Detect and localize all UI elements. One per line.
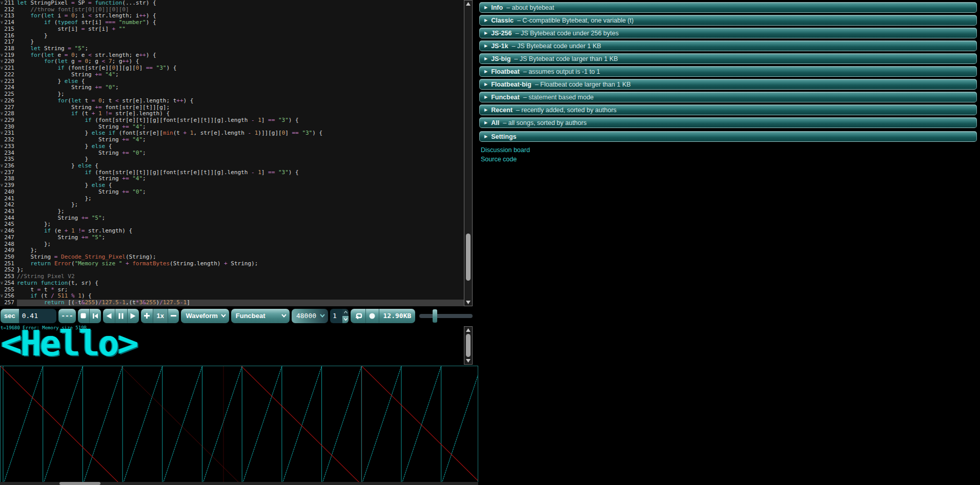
code-text: }; <box>17 267 464 273</box>
fold-marker-icon[interactable]: v <box>1 19 3 26</box>
loop-button[interactable] <box>351 309 365 323</box>
spinner-down-icon[interactable] <box>342 316 349 323</box>
library-panel-header-funcbeat[interactable]: ▶Funcbeat– statement based mode <box>479 92 977 102</box>
code-line[interactable]: 244 String += "5"; <box>0 215 464 222</box>
code-line[interactable]: 247 String += "5"; <box>0 235 464 241</box>
plus-icon <box>144 313 150 319</box>
code-text: } <box>17 33 464 39</box>
canvas-status-text: t=19680 Error: Memory size 519B <box>1 325 87 330</box>
panel-name: Funcbeat <box>491 94 520 101</box>
volume-slider[interactable] <box>419 314 473 318</box>
panel-name: Settings <box>491 133 516 140</box>
library-panel-header-js-256[interactable]: ▶JS-256– JS Bytebeat code under 256 byte… <box>479 28 977 38</box>
expand-arrow-icon: ▶ <box>484 95 487 99</box>
library-panel-header-js-big[interactable]: ▶JS-big– JS Bytebeat code larger than 1 … <box>479 53 977 64</box>
code-text: }; <box>17 196 464 202</box>
code-line[interactable]: v254return function(t, sr) { <box>0 280 464 287</box>
panel-name: JS-256 <box>491 30 512 37</box>
samplerate-select[interactable]: 48000 <box>292 309 328 323</box>
code-editor[interactable]: v211let StringPixel = SP = function(...s… <box>0 0 464 306</box>
expand-arrow-icon: ▶ <box>484 31 487 35</box>
library-panel-header-js-1k[interactable]: ▶JS-1k– JS Bytebeat code under 1 KB <box>479 40 977 51</box>
library-panel-header-floatbeat[interactable]: ▶Floatbeat– assumes output is -1 to 1 <box>479 66 977 77</box>
source-code-link[interactable]: Source code <box>481 155 517 164</box>
code-text: String += "0"; <box>17 85 464 91</box>
scroll-down-icon[interactable] <box>464 299 472 306</box>
fold-marker-icon[interactable]: v <box>1 163 3 170</box>
code-line[interactable]: 215 str[i] = str[i] + "" <box>0 26 464 33</box>
library-accordion-list: ▶Info– about bytebeat▶Classic– C-compati… <box>479 2 977 142</box>
record-button[interactable] <box>365 309 379 323</box>
skip-to-start-button[interactable] <box>89 309 101 323</box>
horizontal-scrollbar[interactable] <box>0 482 478 485</box>
panel-name: Floatbeat <box>491 68 520 75</box>
song-mode-select[interactable]: Funcbeat <box>231 309 290 323</box>
library-panel-header-classic[interactable]: ▶Classic– C-compatible Bytebeat, one var… <box>479 15 977 26</box>
counter-units-button[interactable]: --- <box>58 309 75 323</box>
play-backward-button[interactable] <box>103 309 115 323</box>
fold-marker-icon[interactable]: v <box>1 13 3 19</box>
canvas-vertical-scrollbar[interactable] <box>464 326 473 365</box>
line-number: v229 <box>0 117 17 124</box>
fold-marker-icon[interactable]: v <box>1 228 3 235</box>
line-number: 253 <box>0 273 17 280</box>
panel-description: – about bytebeat <box>506 4 554 11</box>
fold-marker-icon[interactable]: v <box>1 143 3 150</box>
fold-marker-icon[interactable]: v <box>1 58 3 65</box>
fold-marker-icon[interactable]: v <box>1 52 3 59</box>
code-text: String += "5"; <box>17 235 464 241</box>
fold-marker-icon[interactable]: v <box>1 98 3 104</box>
library-panel-header-settings[interactable]: ▶Settings <box>479 131 977 142</box>
fold-marker-icon[interactable]: v <box>1 293 3 300</box>
scroll-down-icon[interactable] <box>464 357 472 364</box>
discussion-board-link[interactable]: Discussion board <box>481 145 530 155</box>
spinner-up-icon[interactable] <box>342 309 349 316</box>
fold-marker-icon[interactable]: v <box>1 78 3 85</box>
buffer-counter-input[interactable] <box>330 309 342 323</box>
volume-slider-thumb[interactable] <box>433 309 437 323</box>
scroll-up-icon[interactable] <box>464 1 472 8</box>
fold-marker-icon[interactable]: v <box>1 65 3 72</box>
library-panel-header-all[interactable]: ▶All– all songs, sorted by authors <box>479 117 977 128</box>
code-line[interactable]: 248 }; <box>0 241 464 248</box>
panel-description: – recently added, sorted by authors <box>516 107 617 114</box>
fold-marker-icon[interactable]: v <box>1 117 3 124</box>
time-input[interactable] <box>19 309 57 323</box>
chevron-down-icon <box>221 314 226 318</box>
editor-scrollbar-thumb[interactable] <box>466 234 471 281</box>
speed-group: 1x <box>141 309 179 323</box>
library-panel-header-info[interactable]: ▶Info– about bytebeat <box>479 2 977 13</box>
expand-arrow-icon: ▶ <box>484 70 487 74</box>
minus-icon <box>171 315 176 317</box>
editor-vertical-scrollbar[interactable] <box>464 0 473 306</box>
expand-arrow-icon: ▶ <box>484 18 487 23</box>
draw-mode-select[interactable]: Waveform <box>181 309 229 323</box>
code-line[interactable]: 242 }; <box>0 202 464 208</box>
canvas-scrollbar-thumb[interactable] <box>466 334 471 357</box>
fold-marker-icon[interactable]: v <box>1 182 3 189</box>
fold-marker-icon[interactable]: v <box>1 170 3 176</box>
code-line[interactable]: 216 } <box>0 33 464 39</box>
panel-name: JS-big <box>491 55 511 62</box>
bytebeat-display-canvas[interactable]: <Hello> t=19680 Error: Memory size 519B <box>0 325 464 366</box>
panel-description: – Floatbeat code larger than 1 KB <box>535 81 631 88</box>
stop-button[interactable] <box>78 309 90 323</box>
code-line[interactable]: 224 String += "0"; <box>0 85 464 91</box>
play-button[interactable] <box>127 309 139 323</box>
library-panel-header-recent[interactable]: ▶Recent– recently added, sorted by autho… <box>479 104 977 115</box>
speed-increase-button[interactable] <box>141 309 152 323</box>
panel-description: – statement based mode <box>523 94 594 101</box>
pause-button[interactable] <box>115 309 127 323</box>
library-panel-header-floatbeat-big[interactable]: ▶Floatbeat-big– Floatbeat code larger th… <box>479 79 977 90</box>
horizontal-scrollbar-thumb[interactable] <box>59 482 100 485</box>
code-line[interactable]: 251 return Error("Memory size " + format… <box>0 261 464 267</box>
time-unit-toggle[interactable]: sec <box>1 309 19 323</box>
fold-marker-icon[interactable]: v <box>1 130 3 137</box>
fold-marker-icon[interactable]: v <box>1 111 3 117</box>
fold-marker-icon[interactable]: v <box>1 280 3 287</box>
fold-marker-icon[interactable]: v <box>1 0 3 7</box>
line-number: 243 <box>0 208 17 215</box>
code-line[interactable]: 257 return [(-t&255)/127.5-1,(t*3&255)/1… <box>0 300 464 306</box>
scroll-up-icon[interactable] <box>464 327 472 334</box>
speed-decrease-button[interactable] <box>168 309 179 323</box>
